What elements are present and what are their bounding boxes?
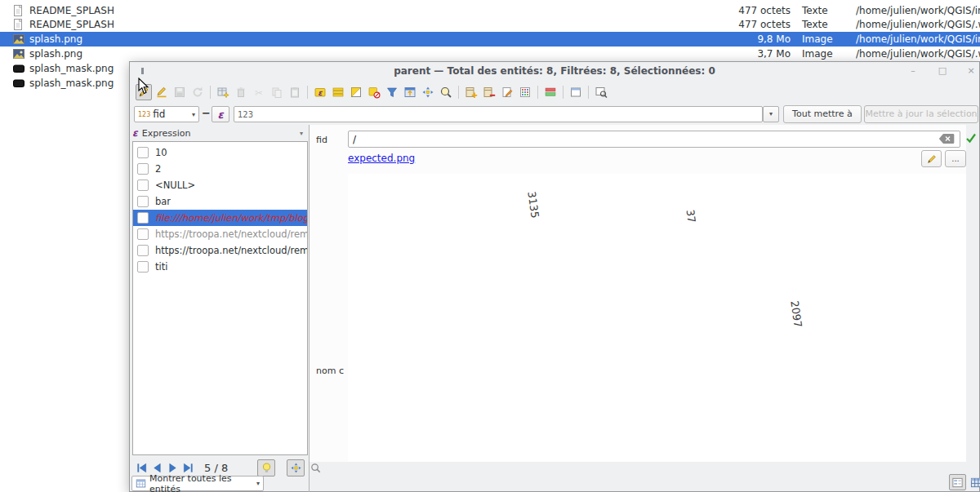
checkbox[interactable] <box>137 245 149 256</box>
paste-button[interactable] <box>287 84 303 100</box>
toolbar-separator <box>210 86 211 99</box>
table-view-icon <box>970 476 980 489</box>
image-dark-icon <box>12 77 25 90</box>
checkbox[interactable] <box>137 228 149 240</box>
cut-icon: ✂ <box>252 86 265 99</box>
new-field-button[interactable] <box>463 84 479 100</box>
browse-file-button[interactable]: ... <box>945 150 966 167</box>
file-name: splash.png <box>29 48 82 60</box>
expression-dropdown-button[interactable]: ▾ <box>763 106 779 122</box>
file-row[interactable]: README_SPLASH477 octetsTexte/home/julien… <box>0 3 980 18</box>
add-feature-icon <box>216 86 229 99</box>
file-size: 477 octets <box>670 19 791 30</box>
expression-input[interactable] <box>234 106 763 122</box>
pan-to-feature-button[interactable] <box>287 459 305 476</box>
table-view-toggle[interactable] <box>968 474 980 490</box>
select-by-expression-icon: ε <box>314 86 327 99</box>
move-selection-top-icon <box>403 86 416 99</box>
epsilon-icon: ε <box>132 127 138 139</box>
add-feature-button[interactable] <box>215 84 231 100</box>
edit-field-button[interactable] <box>499 84 515 100</box>
move-selection-top-button[interactable] <box>402 84 418 100</box>
maximize-button[interactable]: □ <box>933 62 951 80</box>
delete-selected-button[interactable] <box>233 84 249 100</box>
pan-to-selection-icon <box>421 86 434 99</box>
dialog-titlebar[interactable]: parent — Total des entités: 8, Filtrées:… <box>130 62 979 81</box>
file-name: README_SPLASH <box>29 19 114 30</box>
clear-text-icon[interactable] <box>938 133 955 144</box>
list-item[interactable]: https://troopa.net/nextcloud/remot... <box>133 226 307 242</box>
dock-button[interactable] <box>568 84 584 100</box>
select-all-button[interactable] <box>330 84 346 100</box>
checkbox[interactable] <box>137 261 149 273</box>
select-by-expression-button[interactable]: ε <box>312 84 328 100</box>
fid-field-input[interactable] <box>348 131 960 148</box>
minimize-button[interactable]: – <box>904 62 922 80</box>
pencil-icon <box>926 153 938 165</box>
image-dark-icon <box>12 62 25 75</box>
feature-form: fid expected.png ... 3135372097 nom c <box>310 125 966 462</box>
list-item[interactable]: 10 <box>133 144 307 161</box>
cut-button[interactable]: ✂ <box>251 84 267 100</box>
highlight-feature-button[interactable] <box>257 459 275 476</box>
mouse-cursor <box>138 78 149 95</box>
image-icon <box>12 47 25 60</box>
expression-panel-header[interactable]: ε Expression ▾ <box>132 126 308 140</box>
filter-button[interactable] <box>384 84 400 100</box>
field-select-combo[interactable]: 123 fid ▾ <box>134 106 199 122</box>
document-icon <box>12 4 25 17</box>
update-all-button[interactable]: Tout mettre à jour <box>783 105 862 123</box>
list-item[interactable]: 2 <box>133 161 307 177</box>
deselect-all-button[interactable] <box>366 84 382 100</box>
list-item[interactable]: file:///home/julien/work/tmp/blog_c... <box>133 210 307 226</box>
list-item[interactable]: https://troopa.net/nextcloud/remot... <box>133 242 307 259</box>
deselect-all-icon <box>368 86 381 99</box>
actions-search-icon <box>595 86 608 99</box>
list-item[interactable]: titi <box>133 259 307 275</box>
checkbox[interactable] <box>137 180 149 191</box>
file-row[interactable]: splash.png9,8 MoImage/home/julien/work/Q… <box>0 32 980 47</box>
equals-label: − <box>202 107 211 119</box>
close-button[interactable]: × <box>962 62 980 80</box>
file-size: 3,7 Mo <box>670 48 791 60</box>
file-name: README_SPLASH <box>29 5 114 16</box>
attachment-link[interactable]: expected.png <box>348 153 415 164</box>
edit-attachment-button[interactable] <box>921 150 942 167</box>
actions-search-button[interactable] <box>593 84 609 100</box>
field-type-badge: 123 <box>138 111 150 118</box>
image-icon <box>12 33 25 46</box>
multiedit-button[interactable] <box>154 84 170 100</box>
pan-to-selection-button[interactable] <box>420 84 436 100</box>
go-first-button[interactable] <box>134 460 149 476</box>
file-row[interactable]: splash.png3,7 MoImage/home/julien/work/Q… <box>0 47 980 61</box>
checkbox[interactable] <box>137 212 149 224</box>
zoom-to-selection-button[interactable] <box>438 84 454 100</box>
delete-field-icon <box>483 86 496 99</box>
feature-position-label: 5 / 8 <box>204 462 228 474</box>
file-row[interactable]: README_SPLASH477 octetsTexte/home/julien… <box>0 17 980 32</box>
new-field-icon <box>465 86 478 99</box>
invert-selection-button[interactable] <box>348 84 364 100</box>
checkbox[interactable] <box>137 196 149 207</box>
delete-field-button[interactable] <box>481 84 497 100</box>
checkbox[interactable] <box>137 147 149 158</box>
copy-button[interactable] <box>269 84 285 100</box>
field-calculator-button[interactable] <box>517 84 533 100</box>
preview-number-label: 2097 <box>788 300 804 329</box>
list-item[interactable]: bar <box>133 193 307 210</box>
update-selection-button: Mettre à jour la sélection <box>864 105 978 123</box>
conditional-formatting-button[interactable] <box>542 84 559 100</box>
expression-builder-button[interactable]: ε <box>212 106 229 122</box>
form-view-toggle[interactable] <box>949 474 966 490</box>
reload-button[interactable] <box>189 84 206 100</box>
toolbar-separator <box>458 86 459 99</box>
entity-filter-combo[interactable]: Montrer toutes les entités ▾ <box>131 476 264 491</box>
file-size: 477 octets <box>670 5 791 16</box>
checkbox[interactable] <box>137 163 149 175</box>
list-item[interactable]: <NULL> <box>133 177 307 193</box>
window-icon <box>141 68 144 74</box>
save-edits-button[interactable] <box>172 84 188 100</box>
list-item-label: https://troopa.net/nextcloud/remot... <box>155 228 307 240</box>
magnifier-icon <box>310 462 322 474</box>
invert-selection-icon <box>350 86 363 99</box>
